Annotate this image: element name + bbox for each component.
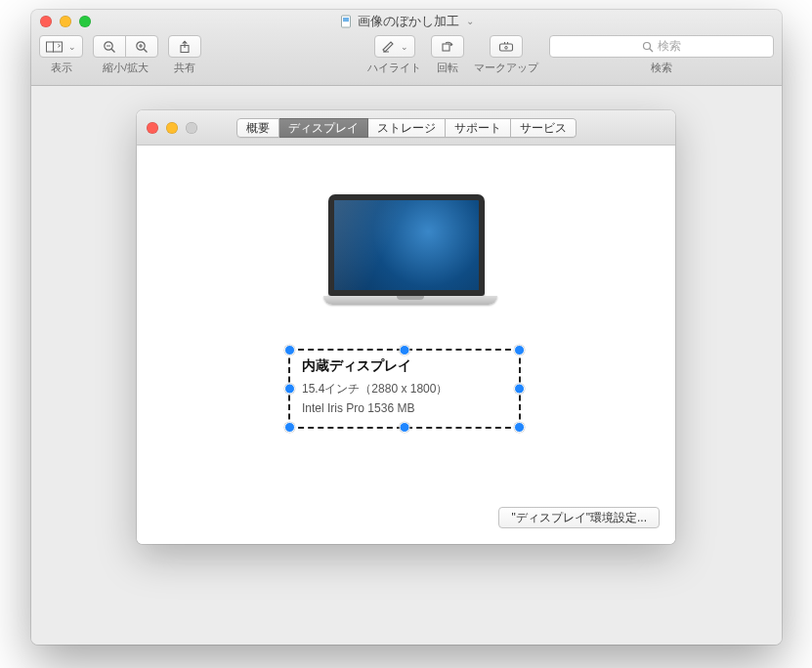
toolbar-label-zoom: 縮小/拡大 bbox=[103, 62, 149, 75]
search-placeholder: 検索 bbox=[658, 38, 681, 55]
display-gpu: Intel Iris Pro 1536 MB bbox=[302, 401, 507, 415]
highlight-button[interactable]: ⌄ bbox=[374, 35, 415, 58]
display-size: 15.4インチ（2880 x 1800） bbox=[302, 381, 507, 397]
resize-handle-nw[interactable] bbox=[284, 345, 295, 355]
toolbar-highlight-group: ⌄ ハイライト bbox=[367, 35, 421, 75]
svg-point-19 bbox=[644, 42, 651, 49]
close-icon[interactable] bbox=[40, 16, 52, 27]
tab-bar: 概要 ディスプレイ ストレージ サポート サービス bbox=[137, 118, 675, 138]
resize-handle-n[interactable] bbox=[400, 345, 410, 355]
chevron-down-icon: ⌄ bbox=[68, 42, 76, 52]
inner-titlebar: 概要 ディスプレイ ストレージ サポート サービス bbox=[137, 110, 675, 146]
window-title: 画像のぼかし加工 ⌄ bbox=[31, 13, 782, 30]
svg-line-20 bbox=[650, 48, 653, 51]
preview-window: 画像のぼかし加工 ⌄ ⌄ 表示 縮小/拡大 bbox=[31, 10, 782, 645]
system-info-window: 概要 ディスプレイ ストレージ サポート サービス bbox=[137, 110, 675, 544]
toolbar-label-view: 表示 bbox=[51, 62, 72, 75]
toolbar-markup-group: マークアップ bbox=[474, 35, 538, 75]
tab-support[interactable]: サポート bbox=[446, 118, 511, 138]
toolbar-zoom-group: 縮小/拡大 bbox=[93, 35, 158, 75]
canvas-area: 概要 ディスプレイ ストレージ サポート サービス bbox=[31, 86, 782, 645]
share-button[interactable] bbox=[168, 35, 201, 58]
minimize-icon[interactable] bbox=[60, 16, 71, 27]
display-info: 内蔵ディスプレイ 15.4インチ（2880 x 1800） Intel Iris… bbox=[290, 351, 519, 415]
search-icon bbox=[642, 41, 654, 53]
rotate-button[interactable] bbox=[431, 35, 464, 58]
document-icon bbox=[339, 15, 353, 28]
toolbar-label-share: 共有 bbox=[174, 62, 195, 75]
selection-rectangle[interactable]: 内蔵ディスプレイ 15.4インチ（2880 x 1800） Intel Iris… bbox=[288, 349, 521, 429]
zoom-window-icon[interactable] bbox=[79, 16, 91, 27]
toolbar-label-highlight: ハイライト bbox=[367, 62, 421, 75]
tab-overview[interactable]: 概要 bbox=[236, 118, 279, 138]
svg-rect-15 bbox=[500, 44, 513, 51]
inner-body: 内蔵ディスプレイ 15.4インチ（2880 x 1800） Intel Iris… bbox=[137, 146, 675, 544]
svg-rect-2 bbox=[47, 42, 54, 52]
svg-point-18 bbox=[505, 46, 508, 49]
zoom-out-button[interactable] bbox=[93, 35, 126, 58]
svg-rect-14 bbox=[443, 44, 449, 51]
svg-rect-0 bbox=[342, 16, 351, 27]
resize-handle-se[interactable] bbox=[514, 422, 525, 433]
tab-service[interactable]: サービス bbox=[511, 118, 577, 138]
svg-line-5 bbox=[111, 49, 114, 52]
resize-handle-ne[interactable] bbox=[514, 345, 525, 355]
markup-button[interactable] bbox=[490, 35, 523, 58]
resize-handle-e[interactable] bbox=[514, 384, 525, 395]
toolbar-share-group: 共有 bbox=[168, 35, 201, 75]
toolbar: ⌄ 表示 縮小/拡大 共有 bbox=[31, 32, 782, 86]
outer-titlebar: 画像のぼかし加工 ⌄ bbox=[31, 10, 782, 32]
resize-handle-w[interactable] bbox=[284, 384, 295, 395]
display-preferences-button[interactable]: "ディスプレイ"環境設定... bbox=[498, 507, 660, 528]
resize-handle-sw[interactable] bbox=[284, 422, 295, 433]
chevron-down-icon[interactable]: ⌄ bbox=[466, 16, 474, 26]
chevron-down-icon: ⌄ bbox=[401, 42, 408, 52]
svg-line-8 bbox=[144, 49, 147, 52]
search-input[interactable]: 検索 bbox=[549, 35, 774, 58]
tab-display[interactable]: ディスプレイ bbox=[279, 118, 368, 138]
window-controls bbox=[40, 16, 91, 27]
resize-handle-s[interactable] bbox=[400, 422, 410, 433]
svg-rect-1 bbox=[343, 18, 349, 21]
toolbar-label-markup: マークアップ bbox=[474, 62, 538, 75]
toolbar-label-rotate: 回転 bbox=[437, 62, 458, 75]
tab-storage[interactable]: ストレージ bbox=[368, 118, 446, 138]
display-title: 内蔵ディスプレイ bbox=[302, 357, 507, 375]
svg-rect-3 bbox=[54, 42, 63, 52]
toolbar-search-group: 検索 検索 bbox=[549, 35, 774, 75]
laptop-illustration bbox=[323, 194, 490, 305]
toolbar-view-group: ⌄ 表示 bbox=[39, 35, 83, 75]
window-title-text: 画像のぼかし加工 bbox=[358, 13, 459, 30]
zoom-in-button[interactable] bbox=[125, 35, 158, 58]
toolbar-label-search: 検索 bbox=[651, 62, 672, 75]
toolbar-rotate-group: 回転 bbox=[431, 35, 464, 75]
view-button[interactable]: ⌄ bbox=[39, 35, 83, 58]
